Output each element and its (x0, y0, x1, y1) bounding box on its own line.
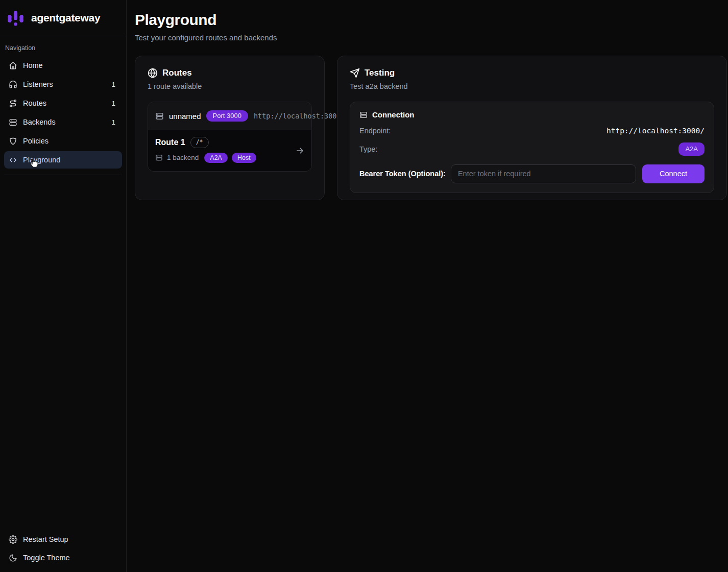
listeners-count-badge: 1 (111, 81, 117, 88)
sidebar-item-listeners[interactable]: Listeners 1 (4, 76, 122, 93)
sidebar-item-label: Playground (23, 156, 60, 164)
testing-card: Testing Test a2a backend Connection Endp… (337, 56, 727, 200)
connect-button[interactable]: Connect (642, 164, 705, 183)
toggle-theme-label: Toggle Theme (23, 554, 70, 562)
sidebar-item-routes[interactable]: Routes 1 (4, 94, 122, 112)
sidebar-item-label: Backends (23, 118, 56, 126)
app-title: agentgateway (31, 12, 100, 24)
connection-panel: Connection Endpoint: http://localhost:30… (350, 102, 714, 193)
page-subtitle: Test your configured routes and backends (135, 33, 727, 42)
routes-card-title: Routes (162, 68, 192, 78)
sidebar: agentgateway Navigation Home Listeners 1… (0, 0, 127, 572)
main-content: Playground Test your configured routes a… (127, 0, 728, 572)
backend-count: 1 backend (167, 154, 199, 161)
home-icon (9, 61, 17, 70)
server-icon (9, 118, 17, 127)
listener-group: unnamed Port 3000 http://localhost:3000/… (148, 102, 312, 172)
moon-icon (9, 554, 17, 562)
route-badge-host: Host (232, 153, 256, 163)
route-path-badge: /* (190, 137, 209, 148)
arrow-right-icon[interactable] (295, 146, 305, 156)
agentgateway-logo-icon (6, 9, 25, 28)
routes-card: Routes 1 route available unnamed Port 30… (135, 56, 325, 200)
listener-header: unnamed Port 3000 http://localhost:3000/ (148, 102, 311, 130)
route-name: Route 1 (155, 138, 185, 147)
testing-card-subtitle: Test a2a backend (350, 82, 714, 90)
bearer-token-label: Bearer Token (Optional): (359, 170, 446, 178)
shield-icon (9, 137, 17, 146)
globe-icon (148, 68, 158, 78)
sidebar-item-label: Policies (23, 137, 48, 145)
logo-area: agentgateway (0, 0, 126, 36)
routes-card-subtitle: 1 route available (148, 82, 312, 90)
restart-setup-button[interactable]: Restart Setup (4, 530, 122, 549)
type-badge: A2A (678, 142, 705, 156)
sidebar-item-playground[interactable]: Playground (4, 151, 122, 169)
port-badge: Port 3000 (206, 110, 248, 122)
sidebar-item-home[interactable]: Home (4, 57, 122, 74)
sidebar-footer: Restart Setup Toggle Theme (0, 530, 126, 572)
page-title: Playground (135, 11, 727, 29)
toggle-theme-button[interactable]: Toggle Theme (4, 549, 122, 567)
sidebar-item-backends[interactable]: Backends 1 (4, 113, 122, 131)
route-list-item[interactable]: Route 1 /* 1 backend A2A Host (148, 130, 311, 171)
server-icon (359, 111, 368, 119)
sidebar-nav: Navigation Home Listeners 1 Routes 1 (0, 36, 126, 175)
backends-count-badge: 1 (111, 118, 117, 126)
restart-setup-label: Restart Setup (23, 535, 68, 543)
server-icon (155, 112, 164, 121)
sidebar-item-label: Home (23, 61, 43, 69)
server-icon (155, 154, 163, 161)
bearer-token-input[interactable] (451, 164, 636, 183)
sidebar-item-label: Listeners (23, 80, 53, 88)
endpoint-value: http://localhost:3000/ (606, 127, 705, 135)
code-icon (9, 156, 17, 164)
headphones-icon (9, 80, 17, 89)
route-badge-a2a: A2A (204, 153, 228, 163)
sidebar-item-policies[interactable]: Policies (4, 132, 122, 150)
type-label: Type: (359, 145, 377, 153)
endpoint-label: Endpoint: (359, 127, 391, 135)
gear-icon (9, 535, 17, 544)
send-icon (350, 68, 360, 78)
listener-name: unnamed (169, 112, 201, 121)
sidebar-item-label: Routes (23, 99, 46, 107)
connection-title: Connection (372, 110, 415, 119)
route-icon (9, 99, 17, 108)
listener-url: http://localhost:3000/ (254, 112, 345, 120)
routes-count-badge: 1 (111, 100, 117, 107)
testing-card-title: Testing (365, 68, 395, 78)
nav-section-label: Navigation (4, 40, 122, 57)
